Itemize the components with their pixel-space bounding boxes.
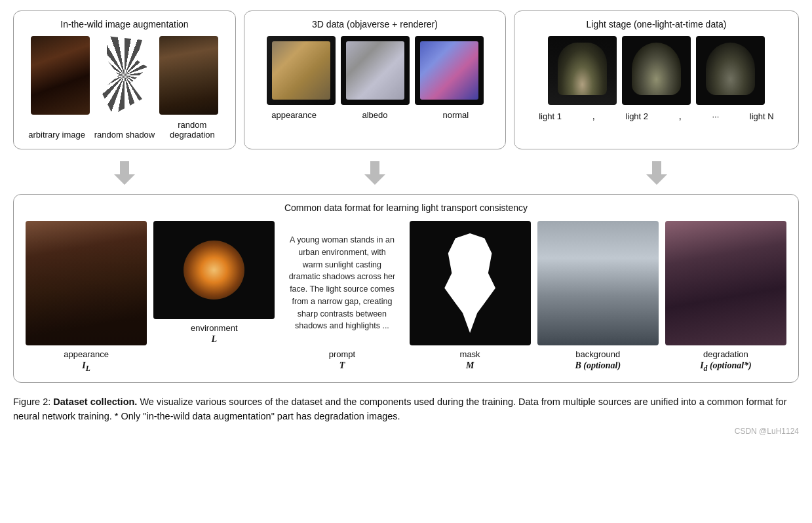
- bottom-img-background: [537, 221, 659, 345]
- bottom-img-environment: [153, 221, 275, 319]
- wild-img-degradation: [159, 36, 218, 115]
- 3d-label-2: albedo: [334, 110, 415, 120]
- mask-math: M: [466, 360, 474, 371]
- background-math: B (optional): [575, 360, 621, 371]
- bottom-item-mask: mask M: [410, 221, 531, 371]
- down-arrow-2: [362, 161, 388, 185]
- box-light-title: Light stage (one-light-at-time data): [587, 19, 727, 29]
- background-label: background: [575, 349, 620, 359]
- mask-img: [410, 221, 531, 345]
- wild-label-2: random shadow: [90, 130, 158, 140]
- watermark: CSDN @LuH1124: [13, 427, 799, 436]
- box-wild-labels: arbitrary image random shadow random deg…: [23, 120, 226, 140]
- arrow-head-2: [364, 174, 385, 185]
- appearance-math: IL: [82, 360, 90, 373]
- box-3d-images: [267, 36, 484, 105]
- 3d-img-normal: [415, 36, 484, 105]
- box-wild: In-the-wild image augmentation arbitrary…: [13, 10, 236, 149]
- box-3d: 3D data (objaverse + renderer) appearanc…: [244, 10, 506, 149]
- wild-label-1: arbitrary image: [23, 130, 90, 140]
- wild-img-man: [31, 36, 90, 115]
- degradation-label: degradation: [703, 349, 748, 359]
- 3d-label-1: appearance: [254, 110, 334, 120]
- arrows-row: [13, 161, 799, 185]
- box-wild-title: In-the-wild image augmentation: [60, 19, 188, 29]
- down-arrow-1: [111, 161, 138, 185]
- arrow-head-3: [646, 174, 667, 185]
- appearance-label: appearance: [64, 349, 109, 359]
- prompt-label: prompt: [329, 349, 355, 359]
- box-3d-labels: appearance albedo normal: [254, 110, 496, 120]
- figure-num: Figure 2:: [13, 397, 50, 407]
- arrow-stem-2: [370, 161, 379, 174]
- wild-img-shadow: [95, 36, 154, 115]
- top-section: In-the-wild image augmentation arbitrary…: [13, 10, 799, 149]
- arrow-wild: [13, 161, 236, 185]
- light-img-3: [696, 36, 765, 105]
- prompt-math: T: [339, 360, 345, 371]
- down-arrow-3: [644, 161, 670, 185]
- box-light-labels: light 1 , light 2 , ··· light N: [524, 110, 789, 122]
- environment-label: environment: [191, 323, 238, 333]
- 3d-img-albedo: [341, 36, 410, 105]
- box-3d-title: 3D data (objaverse + renderer): [312, 19, 438, 29]
- arrow-stem-3: [652, 161, 661, 174]
- arrow-stem-1: [120, 161, 129, 174]
- wild-label-3: random degradation: [159, 120, 226, 140]
- bottom-items: appearance IL environment L A young woma…: [26, 221, 786, 373]
- box-light-images: [548, 36, 765, 105]
- bottom-img-degradation: [665, 221, 786, 345]
- bottom-img-appearance: [26, 221, 147, 345]
- bottom-img-mask: [410, 221, 531, 345]
- background-img: [537, 221, 659, 345]
- 3d-label-3: normal: [416, 110, 496, 120]
- mask-label: mask: [460, 349, 480, 359]
- prompt-text: A young woman stands in an urban environ…: [288, 234, 396, 332]
- box-wild-images: [31, 36, 218, 115]
- degradation-img: [665, 221, 786, 345]
- 3d-img-appearance: [267, 36, 336, 105]
- bottom-title: Common data format for learning light tr…: [26, 203, 786, 213]
- figure-caption: Figure 2: Dataset collection. We visuali…: [13, 395, 799, 424]
- light-img-2: [622, 36, 691, 105]
- appearance-img: [26, 221, 147, 345]
- bottom-item-degradation: degradation Id (optional*): [665, 221, 786, 373]
- bottom-item-appearance: appearance IL: [26, 221, 147, 373]
- arrow-3d: [244, 161, 506, 185]
- environment-img: [153, 221, 275, 319]
- bottom-box: Common data format for learning light tr…: [13, 194, 799, 383]
- arrow-light: [514, 161, 799, 185]
- degradation-math: Id (optional*): [700, 360, 752, 373]
- arrow-head-1: [114, 174, 135, 185]
- light-img-1: [548, 36, 617, 105]
- bottom-item-prompt: A young woman stands in an urban environ…: [281, 221, 402, 371]
- caption-bold: Dataset collection.: [53, 397, 137, 407]
- environment-math: L: [211, 334, 217, 345]
- bottom-item-background: background B (optional): [537, 221, 659, 371]
- bottom-item-environment: environment L: [153, 221, 275, 345]
- prompt-text-box: A young woman stands in an urban environ…: [281, 221, 402, 345]
- box-light: Light stage (one-light-at-time data) lig…: [514, 10, 799, 149]
